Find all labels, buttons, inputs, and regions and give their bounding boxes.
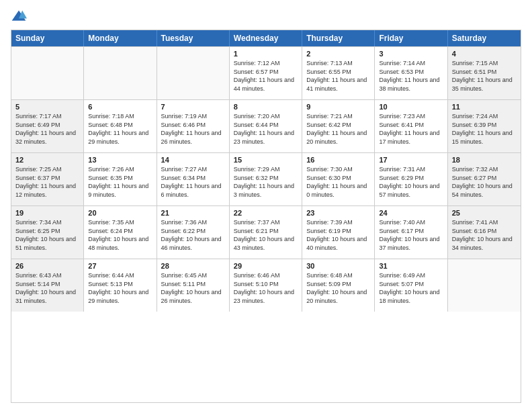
day-number: 14 bbox=[161, 156, 225, 164]
calendar-row-0: 1Sunrise: 7:12 AM Sunset: 6:57 PM Daylig… bbox=[11, 46, 521, 99]
calendar-cell: 13Sunrise: 7:26 AM Sunset: 6:35 PM Dayli… bbox=[84, 153, 157, 205]
calendar-cell: 16Sunrise: 7:30 AM Sunset: 6:30 PM Dayli… bbox=[302, 153, 375, 205]
calendar-cell: 1Sunrise: 7:12 AM Sunset: 6:57 PM Daylig… bbox=[230, 47, 302, 99]
day-number: 7 bbox=[161, 103, 225, 111]
day-number: 28 bbox=[161, 262, 225, 270]
weekday-header-wednesday: Wednesday bbox=[230, 30, 302, 46]
day-info: Sunrise: 7:23 AM Sunset: 6:41 PM Dayligh… bbox=[379, 112, 443, 146]
calendar-cell: 20Sunrise: 7:35 AM Sunset: 6:24 PM Dayli… bbox=[84, 206, 157, 259]
calendar-cell: 14Sunrise: 7:27 AM Sunset: 6:34 PM Dayli… bbox=[157, 153, 230, 205]
day-number: 11 bbox=[452, 103, 517, 111]
day-info: Sunrise: 7:25 AM Sunset: 6:37 PM Dayligh… bbox=[15, 165, 79, 199]
day-info: Sunrise: 7:41 AM Sunset: 6:16 PM Dayligh… bbox=[452, 218, 517, 252]
day-number: 2 bbox=[306, 50, 370, 58]
calendar-cell: 10Sunrise: 7:23 AM Sunset: 6:41 PM Dayli… bbox=[375, 100, 447, 152]
calendar-row-2: 12Sunrise: 7:25 AM Sunset: 6:37 PM Dayli… bbox=[11, 152, 521, 205]
day-number: 1 bbox=[234, 50, 298, 58]
day-info: Sunrise: 7:24 AM Sunset: 6:39 PM Dayligh… bbox=[452, 112, 517, 146]
calendar-cell: 25Sunrise: 7:41 AM Sunset: 6:16 PM Dayli… bbox=[448, 206, 521, 259]
day-number: 5 bbox=[15, 103, 79, 111]
calendar-cell: 31Sunrise: 6:49 AM Sunset: 5:07 PM Dayli… bbox=[375, 259, 447, 312]
day-info: Sunrise: 7:36 AM Sunset: 6:22 PM Dayligh… bbox=[161, 218, 225, 252]
logo-icon bbox=[11, 8, 27, 24]
day-number: 6 bbox=[88, 103, 152, 111]
calendar-cell: 26Sunrise: 6:43 AM Sunset: 5:14 PM Dayli… bbox=[11, 259, 84, 312]
day-number: 24 bbox=[379, 209, 443, 217]
day-info: Sunrise: 7:14 AM Sunset: 6:53 PM Dayligh… bbox=[379, 59, 443, 93]
calendar-cell: 2Sunrise: 7:13 AM Sunset: 6:55 PM Daylig… bbox=[302, 47, 375, 99]
day-info: Sunrise: 6:45 AM Sunset: 5:11 PM Dayligh… bbox=[161, 271, 225, 305]
calendar-cell: 22Sunrise: 7:37 AM Sunset: 6:21 PM Dayli… bbox=[230, 206, 302, 259]
day-info: Sunrise: 7:27 AM Sunset: 6:34 PM Dayligh… bbox=[161, 165, 225, 199]
calendar-cell: 15Sunrise: 7:29 AM Sunset: 6:32 PM Dayli… bbox=[230, 153, 302, 205]
day-info: Sunrise: 6:48 AM Sunset: 5:09 PM Dayligh… bbox=[306, 271, 370, 305]
day-info: Sunrise: 7:26 AM Sunset: 6:35 PM Dayligh… bbox=[88, 165, 152, 199]
weekday-header-saturday: Saturday bbox=[448, 30, 521, 46]
day-number: 3 bbox=[379, 50, 443, 58]
calendar-cell: 21Sunrise: 7:36 AM Sunset: 6:22 PM Dayli… bbox=[157, 206, 230, 259]
calendar-cell: 9Sunrise: 7:21 AM Sunset: 6:42 PM Daylig… bbox=[302, 100, 375, 152]
day-info: Sunrise: 7:13 AM Sunset: 6:55 PM Dayligh… bbox=[306, 59, 370, 93]
calendar-cell: 3Sunrise: 7:14 AM Sunset: 6:53 PM Daylig… bbox=[375, 47, 447, 99]
day-info: Sunrise: 7:40 AM Sunset: 6:17 PM Dayligh… bbox=[379, 218, 443, 252]
day-info: Sunrise: 7:29 AM Sunset: 6:32 PM Dayligh… bbox=[234, 165, 298, 199]
day-number: 31 bbox=[379, 262, 443, 270]
calendar-cell: 8Sunrise: 7:20 AM Sunset: 6:44 PM Daylig… bbox=[230, 100, 302, 152]
logo bbox=[11, 8, 30, 24]
calendar-cell: 27Sunrise: 6:44 AM Sunset: 5:13 PM Dayli… bbox=[84, 259, 157, 312]
calendar-cell: 23Sunrise: 7:39 AM Sunset: 6:19 PM Dayli… bbox=[302, 206, 375, 259]
calendar-cell: 28Sunrise: 6:45 AM Sunset: 5:11 PM Dayli… bbox=[157, 259, 230, 312]
calendar-cell bbox=[448, 259, 521, 312]
calendar-cell: 11Sunrise: 7:24 AM Sunset: 6:39 PM Dayli… bbox=[448, 100, 521, 152]
day-number: 16 bbox=[306, 156, 370, 164]
calendar: SundayMondayTuesdayWednesdayThursdayFrid… bbox=[11, 30, 521, 403]
day-number: 12 bbox=[15, 156, 79, 164]
calendar-cell: 5Sunrise: 7:17 AM Sunset: 6:49 PM Daylig… bbox=[11, 100, 84, 152]
day-number: 26 bbox=[15, 262, 79, 270]
day-number: 8 bbox=[234, 103, 298, 111]
day-info: Sunrise: 7:12 AM Sunset: 6:57 PM Dayligh… bbox=[234, 59, 298, 93]
calendar-cell: 6Sunrise: 7:18 AM Sunset: 6:48 PM Daylig… bbox=[84, 100, 157, 152]
day-number: 10 bbox=[379, 103, 443, 111]
day-info: Sunrise: 7:31 AM Sunset: 6:29 PM Dayligh… bbox=[379, 165, 443, 199]
day-number: 17 bbox=[379, 156, 443, 164]
day-info: Sunrise: 7:34 AM Sunset: 6:25 PM Dayligh… bbox=[15, 218, 79, 252]
calendar-cell bbox=[157, 47, 230, 99]
day-info: Sunrise: 7:35 AM Sunset: 6:24 PM Dayligh… bbox=[88, 218, 152, 252]
calendar-row-3: 19Sunrise: 7:34 AM Sunset: 6:25 PM Dayli… bbox=[11, 205, 521, 259]
calendar-header: SundayMondayTuesdayWednesdayThursdayFrid… bbox=[11, 30, 521, 46]
day-info: Sunrise: 7:17 AM Sunset: 6:49 PM Dayligh… bbox=[15, 112, 79, 146]
weekday-header-monday: Monday bbox=[84, 30, 157, 46]
calendar-cell bbox=[11, 47, 84, 99]
day-number: 25 bbox=[452, 209, 517, 217]
day-number: 4 bbox=[452, 50, 517, 58]
day-number: 22 bbox=[234, 209, 298, 217]
day-number: 13 bbox=[88, 156, 152, 164]
calendar-cell: 24Sunrise: 7:40 AM Sunset: 6:17 PM Dayli… bbox=[375, 206, 447, 259]
calendar-body: 1Sunrise: 7:12 AM Sunset: 6:57 PM Daylig… bbox=[11, 46, 521, 312]
calendar-cell: 12Sunrise: 7:25 AM Sunset: 6:37 PM Dayli… bbox=[11, 153, 84, 205]
day-number: 20 bbox=[88, 209, 152, 217]
day-info: Sunrise: 6:43 AM Sunset: 5:14 PM Dayligh… bbox=[15, 271, 79, 305]
calendar-cell: 7Sunrise: 7:19 AM Sunset: 6:46 PM Daylig… bbox=[157, 100, 230, 152]
calendar-cell: 4Sunrise: 7:15 AM Sunset: 6:51 PM Daylig… bbox=[448, 47, 521, 99]
weekday-header-tuesday: Tuesday bbox=[157, 30, 230, 46]
day-number: 18 bbox=[452, 156, 517, 164]
day-info: Sunrise: 6:49 AM Sunset: 5:07 PM Dayligh… bbox=[379, 271, 443, 305]
day-info: Sunrise: 7:19 AM Sunset: 6:46 PM Dayligh… bbox=[161, 112, 225, 146]
day-info: Sunrise: 6:46 AM Sunset: 5:10 PM Dayligh… bbox=[234, 271, 298, 305]
day-number: 23 bbox=[306, 209, 370, 217]
day-info: Sunrise: 7:18 AM Sunset: 6:48 PM Dayligh… bbox=[88, 112, 152, 146]
weekday-header-friday: Friday bbox=[375, 30, 447, 46]
calendar-cell bbox=[84, 47, 157, 99]
day-info: Sunrise: 7:39 AM Sunset: 6:19 PM Dayligh… bbox=[306, 218, 370, 252]
weekday-header-thursday: Thursday bbox=[302, 30, 375, 46]
day-number: 27 bbox=[88, 262, 152, 270]
day-number: 19 bbox=[15, 209, 79, 217]
day-number: 29 bbox=[234, 262, 298, 270]
calendar-cell: 19Sunrise: 7:34 AM Sunset: 6:25 PM Dayli… bbox=[11, 206, 84, 259]
day-info: Sunrise: 7:32 AM Sunset: 6:27 PM Dayligh… bbox=[452, 165, 517, 199]
day-info: Sunrise: 7:15 AM Sunset: 6:51 PM Dayligh… bbox=[452, 59, 517, 93]
calendar-cell: 29Sunrise: 6:46 AM Sunset: 5:10 PM Dayli… bbox=[230, 259, 302, 312]
calendar-cell: 30Sunrise: 6:48 AM Sunset: 5:09 PM Dayli… bbox=[302, 259, 375, 312]
